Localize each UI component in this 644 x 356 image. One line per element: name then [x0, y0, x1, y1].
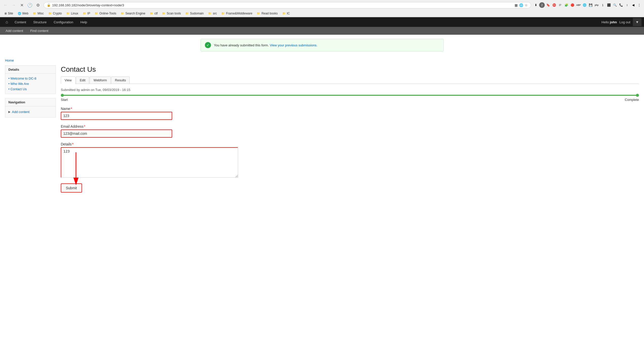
progress-start-label: Start: [61, 98, 68, 102]
logout-link[interactable]: Log out: [619, 20, 630, 24]
ext-ip[interactable]: IP: [557, 2, 563, 8]
breadcrumb[interactable]: Home: [5, 55, 639, 65]
progress-end-dot: [636, 94, 639, 97]
ext-9[interactable]: 📞: [618, 2, 624, 8]
reload-button[interactable]: ✕: [18, 2, 25, 9]
content-layout: Details Welcome to DC-8 Who We Are Conta…: [5, 65, 639, 207]
crypto-icon: 📁: [48, 12, 52, 15]
nav-help[interactable]: Help: [77, 18, 91, 27]
bookmark-item-scan-tools[interactable]: 📁 Scan tools: [160, 11, 183, 16]
bookmark-item-sudomain[interactable]: 📁 Sudomain: [183, 11, 206, 16]
bookmark-item-ip[interactable]: 📁 IP: [81, 11, 92, 16]
bookmark-label-site: Site: [8, 12, 13, 15]
sidebar-navigation-block: Navigation ▶ Add content: [5, 98, 56, 118]
address-bar[interactable]: 🔒 192.168.160.182/node/3#overlay-context…: [44, 2, 531, 8]
nav-structure[interactable]: Structure: [30, 18, 50, 27]
alert-message: You have already submitted this form. Vi…: [214, 43, 318, 47]
main-content: Contact Us View Edit Webform Results Sub…: [61, 65, 639, 197]
star-icon[interactable]: ☆: [525, 3, 528, 7]
sub-admin-nav: Add content Find content: [0, 27, 644, 35]
submit-button[interactable]: Submit: [61, 183, 82, 193]
download-icon[interactable]: ⬇: [533, 2, 539, 8]
ext-6[interactable]: 💾: [588, 2, 593, 8]
ext-badge[interactable]: 2: [539, 2, 545, 8]
admin-nav-left: ⌂ Content Structure Configuration Help: [3, 17, 601, 27]
sidebar-link-welcome[interactable]: Welcome to DC-8: [8, 76, 52, 81]
sidebar-nav-add-content[interactable]: ▶ Add content: [8, 108, 52, 115]
back-button[interactable]: ←: [2, 2, 9, 9]
alert-text: You have already submitted this form.: [214, 43, 270, 47]
search-engine-icon: 📁: [121, 12, 124, 15]
email-input[interactable]: [61, 129, 172, 138]
menu-icon[interactable]: ⋮: [636, 2, 642, 8]
bookmark-item-ctf[interactable]: 📁 ctf: [148, 11, 160, 16]
name-required: *: [71, 107, 72, 111]
bookmark-label-scan-tools: Scan tools: [167, 12, 181, 15]
name-label: Name*: [61, 107, 639, 111]
ext-7[interactable]: ⬛: [606, 2, 612, 8]
ext-10[interactable]: ↕: [624, 2, 630, 8]
scan-tools-icon: 📁: [162, 12, 166, 15]
bookmark-item-misc[interactable]: 📁 Misc: [31, 11, 46, 16]
nav-configuration[interactable]: Configuration: [50, 18, 77, 27]
tab-webform[interactable]: Webform: [90, 77, 111, 84]
bookmark-item-linux[interactable]: 📁 Linux: [64, 11, 80, 16]
annotation-container: 123: [61, 147, 238, 178]
ext-11[interactable]: ◀: [630, 2, 636, 8]
ext-1[interactable]: 🔖: [545, 2, 551, 8]
bookmark-label-ic: IC: [287, 12, 290, 15]
bookmark-item-readbooks[interactable]: 📁 Read books: [255, 11, 280, 16]
bookmark-item-search-engine[interactable]: 📁 Search Engine: [119, 11, 147, 16]
tab-results[interactable]: Results: [111, 77, 130, 84]
bookmark-item-src[interactable]: 📁 src: [206, 11, 219, 16]
name-input[interactable]: [61, 112, 172, 120]
bookmark-label-linux: Linux: [71, 12, 78, 15]
bookmark-label-ip: IP: [87, 12, 90, 15]
sidebar: Details Welcome to DC-8 Who We Are Conta…: [5, 65, 56, 197]
bookmark-label-src: src: [213, 12, 217, 15]
site-icon: 🖥: [4, 12, 7, 15]
sidebar-link-who-we-are[interactable]: Who We Are: [8, 81, 52, 86]
bookmark-item-frame[interactable]: 📁 Frame&Middleware: [219, 11, 254, 16]
email-required: *: [84, 124, 85, 128]
sidebar-link-contact-us[interactable]: Contact Us: [8, 86, 52, 92]
forward-button[interactable]: →: [10, 2, 17, 9]
sub-nav-find-content[interactable]: Find content: [27, 27, 51, 35]
frame-icon: 📁: [221, 12, 225, 15]
extension-icons: ⬇ 2 🔖 ⛔ IP 🧩 🔴 ABP 🌐 💾 php 1 ⬛ 🔍 📞 ↕ ◀ ⋮: [533, 2, 642, 8]
user-greeting: Hello john: [601, 20, 617, 24]
browser-chrome: ← → ✕ 🕐 ⚙ 🔒 192.168.160.182/node/3#overl…: [0, 0, 644, 17]
alert-link[interactable]: View your previous submissions.: [270, 43, 317, 47]
admin-dropdown-button[interactable]: ▼: [633, 18, 641, 26]
ext-8[interactable]: 🔍: [612, 2, 618, 8]
home-nav-item[interactable]: ⌂: [3, 17, 11, 27]
qr-icon: ▦: [515, 3, 518, 7]
details-textarea[interactable]: 123: [61, 147, 238, 178]
ext-5[interactable]: 🌐: [582, 2, 587, 8]
bookmark-item-online-tools[interactable]: 📁 Online-Tools: [93, 11, 118, 16]
progress-complete-label: Complete: [625, 98, 639, 102]
history-button[interactable]: 🕐: [26, 2, 33, 9]
sub-nav-add-content[interactable]: Add content: [3, 27, 26, 35]
bookmark-item-site[interactable]: 🖥 Site: [2, 11, 15, 16]
tab-edit[interactable]: Edit: [76, 77, 89, 84]
bookmark-item-web[interactable]: 🌐 Web: [16, 11, 30, 16]
tab-view[interactable]: View: [61, 77, 75, 84]
bookmark-item-ic[interactable]: 📁 IC: [280, 11, 292, 16]
translate-icon: 🌐: [519, 3, 523, 7]
sidebar-details-title: Details: [5, 66, 55, 74]
settings-button[interactable]: ⚙: [34, 2, 42, 9]
ext-php[interactable]: php: [594, 2, 599, 8]
progress-track: [61, 95, 639, 96]
ext-3[interactable]: 🧩: [563, 2, 569, 8]
nav-content[interactable]: Content: [11, 18, 30, 27]
lock-icon: 🔒: [47, 3, 51, 7]
ext-badge2[interactable]: 1: [600, 2, 606, 8]
bookmark-item-crypto[interactable]: 📁 Crypto: [46, 11, 64, 16]
ext-2[interactable]: ⛔: [551, 2, 557, 8]
sidebar-nav-add-label: Add content: [12, 110, 29, 114]
username-text: john: [610, 20, 617, 24]
ext-4[interactable]: 🔴: [570, 2, 575, 8]
ext-abp[interactable]: ABP: [576, 2, 581, 8]
sudomain-icon: 📁: [185, 12, 189, 15]
